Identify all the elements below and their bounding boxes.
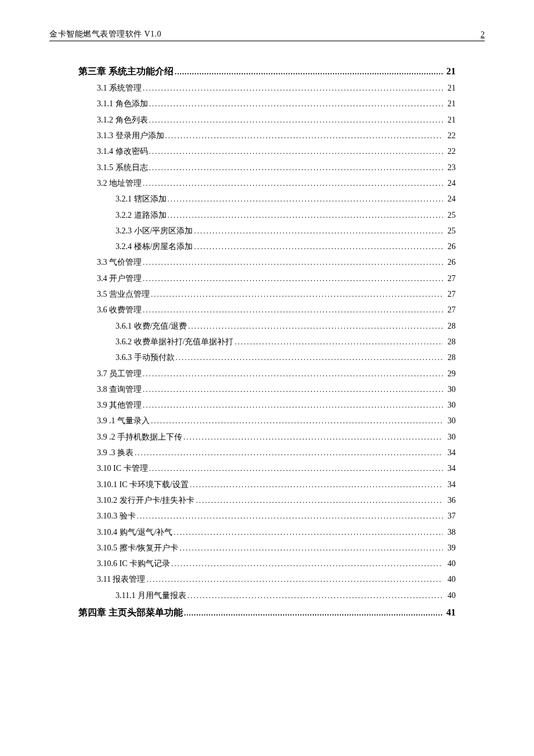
toc-entry-label: 3.2.2 道路添加 bbox=[116, 207, 167, 223]
toc-entry-page: 36 bbox=[444, 492, 456, 508]
toc-entry-label: 3.9 .1 气量录入 bbox=[97, 413, 150, 429]
toc-entry-row: 3.7 员工管理 29 bbox=[78, 366, 456, 381]
toc-leader-dots bbox=[146, 571, 443, 587]
table-of-contents: 第三章 系统主功能介绍213.1 系统管理 213.1.1 角色添加 213.1… bbox=[49, 62, 485, 621]
toc-leader-dots bbox=[196, 492, 443, 508]
toc-entry-label: 3.2.1 辖区添加 bbox=[116, 191, 167, 207]
toc-entry-row: 3.2.4 楼栋/房屋名添加26 bbox=[78, 239, 456, 254]
page-number: 2 bbox=[481, 30, 485, 39]
toc-entry-page: 34 bbox=[444, 445, 456, 460]
toc-entry-label: 3.6.2 收费单据补打/充值单据补打 bbox=[116, 334, 233, 350]
toc-leader-dots bbox=[149, 460, 443, 476]
toc-entry-label: 3.11 报表管理 bbox=[97, 571, 145, 587]
toc-entry-page: 26 bbox=[444, 239, 456, 254]
toc-entry-page: 29 bbox=[444, 366, 456, 381]
toc-entry-label: 第三章 系统主功能介绍 bbox=[78, 62, 174, 80]
toc-leader-dots bbox=[137, 508, 443, 524]
toc-entry-page: 24 bbox=[444, 191, 456, 207]
toc-entry-label: 3.8 查询管理 bbox=[97, 381, 142, 397]
toc-entry-label: 3.2.4 楼栋/房屋名添加 bbox=[116, 239, 193, 254]
toc-leader-dots bbox=[149, 96, 443, 111]
toc-entry-page: 39 bbox=[444, 540, 456, 556]
toc-leader-dots bbox=[143, 302, 443, 318]
toc-entry-row: 3.10 IC 卡管理34 bbox=[78, 460, 456, 476]
toc-entry-page: 30 bbox=[444, 381, 456, 397]
toc-entry-label: 3.1.2 角色列表 bbox=[97, 112, 148, 128]
toc-entry-page: 27 bbox=[444, 302, 456, 318]
toc-leader-dots bbox=[149, 112, 443, 128]
toc-entry-page: 40 bbox=[444, 571, 456, 587]
toc-leader-dots bbox=[194, 239, 443, 254]
toc-entry-label: 3.1 系统管理 bbox=[97, 80, 142, 96]
toc-entry-row: 3.4 开户管理 27 bbox=[78, 271, 456, 286]
toc-entry-label: 3.1.3 登录用户添加 bbox=[97, 128, 164, 143]
toc-leader-dots bbox=[171, 556, 443, 571]
toc-entry-row: 3.5 营业点管理 27 bbox=[78, 286, 456, 302]
toc-entry-page: 30 bbox=[444, 413, 456, 429]
toc-leader-dots bbox=[143, 366, 443, 381]
toc-entry-label: 3.6.1 收费/充值/退费 bbox=[116, 318, 187, 334]
toc-entry-row: 3.10.4 购气/退气/补气 38 bbox=[78, 524, 456, 540]
toc-entry-page: 25 bbox=[444, 223, 456, 239]
toc-entry-row: 3.1.1 角色添加 21 bbox=[78, 96, 456, 111]
toc-entry-label: 3.2.3 小区/平房区添加 bbox=[116, 223, 193, 239]
toc-leader-dots bbox=[168, 207, 443, 223]
toc-entry-row: 3.2 地址管理 24 bbox=[78, 175, 456, 191]
toc-leader-dots bbox=[234, 334, 443, 350]
toc-entry-row: 3.10.6 IC 卡购气记录 40 bbox=[78, 556, 456, 571]
toc-entry-row: 3.6.3 手动预付款28 bbox=[78, 350, 456, 365]
toc-entry-label: 3.1.1 角色添加 bbox=[97, 96, 148, 111]
toc-leader-dots bbox=[143, 175, 443, 191]
document-page: 金卡智能燃气表管理软件 V1.0 2 第三章 系统主功能介绍213.1 系统管理… bbox=[0, 0, 534, 756]
toc-entry-row: 3.9 .2 手持机数据上下传 30 bbox=[78, 429, 456, 445]
toc-leader-dots bbox=[168, 191, 443, 207]
toc-entry-page: 41 bbox=[444, 603, 456, 621]
toc-entry-row: 3.9 其他管理 30 bbox=[78, 397, 456, 413]
toc-entry-page: 22 bbox=[444, 143, 456, 159]
toc-entry-page: 40 bbox=[444, 588, 456, 603]
toc-leader-dots bbox=[183, 429, 443, 445]
toc-entry-label: 3.10.4 购气/退气/补气 bbox=[97, 524, 172, 540]
toc-leader-dots bbox=[194, 223, 443, 239]
toc-entry-row: 3.8 查询管理 30 bbox=[78, 381, 456, 397]
toc-entry-label: 3.1.5 系统日志 bbox=[97, 160, 148, 175]
toc-leader-dots bbox=[143, 271, 443, 286]
toc-entry-label: 3.9 其他管理 bbox=[97, 397, 142, 413]
toc-chapter-row: 第四章 主页头部菜单功能41 bbox=[78, 603, 456, 621]
toc-entry-page: 26 bbox=[444, 254, 456, 270]
toc-leader-dots bbox=[151, 286, 443, 302]
toc-entry-label: 3.1.4 修改密码 bbox=[97, 143, 148, 159]
page-header: 金卡智能燃气表管理软件 V1.0 2 bbox=[49, 29, 485, 41]
toc-leader-dots bbox=[143, 254, 443, 270]
toc-entry-label: 第四章 主页头部菜单功能 bbox=[78, 603, 183, 621]
toc-entry-row: 3.1.2 角色列表 21 bbox=[78, 112, 456, 128]
toc-entry-row: 3.10.3 验卡 37 bbox=[78, 508, 456, 524]
toc-entry-page: 40 bbox=[444, 556, 456, 571]
toc-entry-page: 24 bbox=[444, 175, 456, 191]
toc-leader-dots bbox=[187, 588, 443, 603]
toc-leader-dots bbox=[179, 540, 443, 556]
toc-entry-row: 3.6 收费管理 27 bbox=[78, 302, 456, 318]
toc-entry-page: 21 bbox=[444, 80, 456, 96]
toc-leader-dots bbox=[184, 603, 443, 621]
toc-entry-row: 3.1.3 登录用户添加 22 bbox=[78, 128, 456, 143]
toc-entry-page: 30 bbox=[444, 429, 456, 445]
toc-entry-page: 27 bbox=[444, 271, 456, 286]
toc-entry-row: 3.9 .1 气量录入 30 bbox=[78, 413, 456, 429]
toc-entry-row: 3.2.1 辖区添加24 bbox=[78, 191, 456, 207]
toc-entry-label: 3.9 .2 手持机数据上下传 bbox=[97, 429, 182, 445]
toc-entry-row: 3.1 系统管理 21 bbox=[78, 80, 456, 96]
toc-entry-row: 3.10.1 IC 卡环境下载/设置34 bbox=[78, 477, 456, 492]
toc-entry-row: 3.6.1 收费/充值/退费28 bbox=[78, 318, 456, 334]
toc-leader-dots bbox=[151, 413, 443, 429]
toc-entry-label: 3.10.3 验卡 bbox=[97, 508, 136, 524]
toc-leader-dots bbox=[188, 318, 443, 334]
toc-entry-label: 3.6.3 手动预付款 bbox=[116, 350, 175, 365]
toc-leader-dots bbox=[149, 160, 443, 175]
toc-entry-page: 22 bbox=[444, 128, 456, 143]
toc-entry-row: 3.1.5 系统日志 23 bbox=[78, 160, 456, 175]
toc-entry-page: 28 bbox=[444, 318, 456, 334]
toc-leader-dots bbox=[149, 143, 443, 159]
toc-entry-label: 3.7 员工管理 bbox=[97, 366, 142, 381]
toc-entry-row: 3.11 报表管理 40 bbox=[78, 571, 456, 587]
